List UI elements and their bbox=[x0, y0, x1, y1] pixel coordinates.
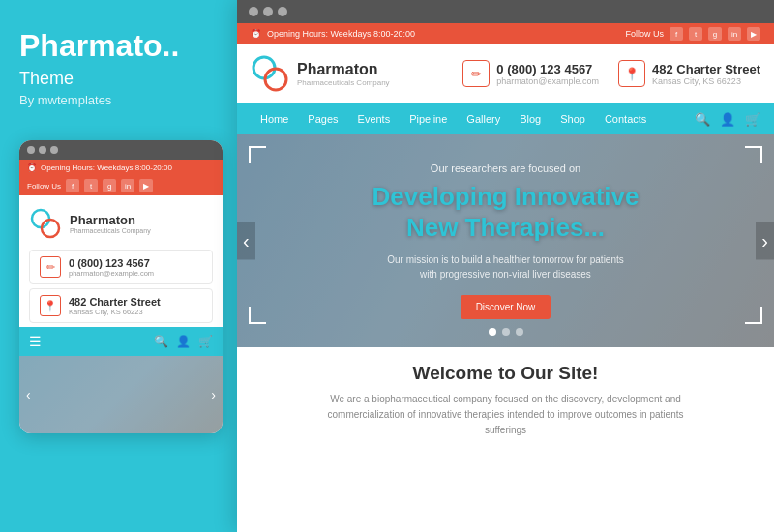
desktop-hero: ‹ Our researchers are focused on Develop… bbox=[237, 134, 774, 347]
desktop-phone-item: ✏ 0 (800) 123 4567 pharmaton@example.com bbox=[462, 60, 599, 87]
desktop-location-icon: 📍 bbox=[618, 60, 645, 87]
desktop-social-in[interactable]: in bbox=[728, 27, 741, 41]
desktop-address-street: 482 Charter Street bbox=[652, 62, 760, 76]
mobile-logo-icon bbox=[29, 207, 62, 240]
nav-contacts[interactable]: Contacts bbox=[595, 103, 656, 134]
hero-subtitle: Our researchers are focused on bbox=[372, 163, 640, 174]
desktop-nav: Home Pages Events Pipeline Gallery Blog … bbox=[237, 103, 774, 134]
desktop-alert-bar: ⏰ Opening Hours: Weekdays 8:00-20:00 Fol… bbox=[237, 23, 774, 44]
social-g[interactable]: g bbox=[103, 179, 116, 192]
desktop-logo-text: Pharmaton Pharmaceuticals Company bbox=[297, 61, 390, 87]
left-panel: Pharmato.. Theme By mwtemplates ⏰ Openin… bbox=[0, 0, 237, 532]
svg-point-3 bbox=[265, 69, 286, 90]
mobile-logo-text: Pharmaton Pharmaceuticals Company bbox=[70, 214, 151, 234]
nav-cart-icon[interactable]: 🛒 bbox=[745, 112, 760, 127]
theme-title: Pharmato.. bbox=[19, 29, 218, 63]
hero-dot-3[interactable] bbox=[516, 328, 523, 336]
welcome-description: We are a biopharmaceutical company focus… bbox=[313, 392, 700, 438]
desktop-phone-email: pharmaton@example.com bbox=[496, 76, 599, 86]
mobile-alert-bar: ⏰ Opening Hours: Weekdays 8:00-20:00 bbox=[19, 160, 223, 176]
nav-shop[interactable]: Shop bbox=[551, 103, 595, 134]
desktop-welcome: Welcome to Our Site! We are a biopharmac… bbox=[237, 347, 774, 532]
desktop-social-yt[interactable]: ▶ bbox=[747, 27, 760, 41]
social-yt[interactable]: ▶ bbox=[139, 179, 153, 192]
nav-links: Home Pages Events Pipeline Gallery Blog … bbox=[251, 103, 656, 134]
bracket-tl bbox=[249, 146, 266, 163]
desktop-dot-2 bbox=[263, 7, 273, 16]
welcome-title: Welcome to Our Site! bbox=[256, 363, 755, 384]
desktop-follow-text: Follow Us bbox=[625, 29, 664, 39]
desktop-mockup: ⏰ Opening Hours: Weekdays 8:00-20:00 Fol… bbox=[237, 0, 774, 532]
mobile-logo-area: Pharmaton Pharmaceuticals Company bbox=[19, 195, 223, 246]
desktop-social-t[interactable]: t bbox=[689, 27, 702, 41]
hero-content: Our researchers are focused on Developin… bbox=[343, 163, 669, 318]
desktop-dot-1 bbox=[249, 7, 258, 16]
nav-search-icon[interactable]: 🔍 bbox=[695, 112, 710, 127]
hero-description: Our mission is to build a healthier tomo… bbox=[372, 252, 640, 281]
mobile-phone-item: ✏ 0 (800) 123 4567 pharmaton@example.com bbox=[29, 250, 213, 284]
desktop-logo-icon bbox=[251, 54, 289, 93]
alert-right: Follow Us f t g in ▶ bbox=[625, 27, 760, 41]
mobile-phone-number: 0 (800) 123 4567 bbox=[69, 257, 154, 269]
nav-blog[interactable]: Blog bbox=[510, 103, 551, 134]
social-in[interactable]: in bbox=[121, 179, 134, 192]
mobile-nav-icons: 🔍 👤 🛒 bbox=[154, 335, 213, 348]
desktop-social-g[interactable]: g bbox=[708, 27, 722, 41]
bracket-bl bbox=[249, 307, 266, 324]
nav-events[interactable]: Events bbox=[348, 103, 401, 134]
mobile-address-street: 482 Charter Street bbox=[69, 296, 161, 308]
hero-cta-button[interactable]: Discover Now bbox=[461, 295, 551, 319]
dot-green bbox=[50, 146, 58, 154]
desktop-dot-3 bbox=[278, 7, 287, 16]
bracket-tr bbox=[745, 146, 762, 163]
desktop-phone-number: 0 (800) 123 4567 bbox=[496, 62, 599, 76]
desktop-logo[interactable]: Pharmaton Pharmaceuticals Company bbox=[251, 54, 390, 93]
nav-user-icon[interactable]: 👤 bbox=[720, 112, 735, 127]
mobile-hero-prev[interactable]: ‹ bbox=[22, 383, 35, 406]
mobile-topbar bbox=[19, 140, 223, 160]
theme-subtitle: Theme bbox=[19, 69, 218, 89]
mobile-hero-next[interactable]: › bbox=[207, 383, 220, 406]
mobile-address-city: Kansas City, KS 66223 bbox=[69, 308, 161, 316]
desktop-contacts: ✏ 0 (800) 123 4567 pharmaton@example.com… bbox=[462, 60, 760, 87]
social-t[interactable]: t bbox=[84, 179, 98, 192]
dot-yellow bbox=[39, 146, 46, 154]
hero-prev-arrow[interactable]: ‹ bbox=[237, 222, 255, 260]
svg-point-1 bbox=[42, 220, 59, 237]
hero-next-arrow[interactable]: › bbox=[756, 222, 774, 260]
mobile-nav-bar: ☰ 🔍 👤 🛒 bbox=[19, 327, 223, 356]
desktop-social-f[interactable]: f bbox=[670, 27, 683, 41]
mobile-hero: ‹ › bbox=[19, 356, 223, 433]
cart-icon[interactable]: 🛒 bbox=[198, 335, 213, 348]
desktop-phone-icon: ✏ bbox=[462, 60, 490, 87]
bracket-br bbox=[745, 307, 762, 324]
mobile-phone-email: pharmaton@example.com bbox=[69, 269, 154, 278]
mobile-mockup: ⏰ Opening Hours: Weekdays 8:00-20:00 Fol… bbox=[19, 140, 223, 433]
phone-icon: ✏ bbox=[40, 256, 61, 278]
svg-point-0 bbox=[32, 210, 49, 227]
svg-point-2 bbox=[253, 57, 275, 78]
location-icon: 📍 bbox=[40, 295, 61, 316]
hero-dot-2[interactable] bbox=[502, 328, 510, 336]
hero-dot-1[interactable] bbox=[489, 328, 496, 336]
hero-dots bbox=[489, 328, 523, 336]
desktop-address-item: 📍 482 Charter Street Kansas City, KS 662… bbox=[618, 60, 760, 87]
nav-actions: 🔍 👤 🛒 bbox=[695, 112, 760, 127]
mobile-follow-bar: Follow Us f t g in ▶ bbox=[19, 176, 223, 195]
nav-home[interactable]: Home bbox=[251, 103, 298, 134]
nav-gallery[interactable]: Gallery bbox=[457, 103, 510, 134]
hamburger-icon[interactable]: ☰ bbox=[29, 335, 43, 348]
mobile-address-item: 📍 482 Charter Street Kansas City, KS 662… bbox=[29, 288, 213, 323]
theme-author: By mwtemplates bbox=[19, 93, 218, 107]
desktop-header: Pharmaton Pharmaceuticals Company ✏ 0 (8… bbox=[237, 44, 774, 103]
dot-red bbox=[27, 146, 35, 154]
search-icon[interactable]: 🔍 bbox=[154, 335, 168, 348]
social-f[interactable]: f bbox=[66, 179, 79, 192]
desktop-alert-text: Opening Hours: Weekdays 8:00-20:00 bbox=[267, 29, 415, 39]
nav-pages[interactable]: Pages bbox=[298, 103, 347, 134]
nav-pipeline[interactable]: Pipeline bbox=[400, 103, 457, 134]
desktop-address-city: Kansas City, KS 66223 bbox=[652, 76, 760, 86]
user-icon[interactable]: 👤 bbox=[176, 335, 191, 348]
mobile-hero-overlay bbox=[19, 356, 223, 433]
hero-title: Developing InnovativeNew Therapies... bbox=[372, 182, 640, 242]
